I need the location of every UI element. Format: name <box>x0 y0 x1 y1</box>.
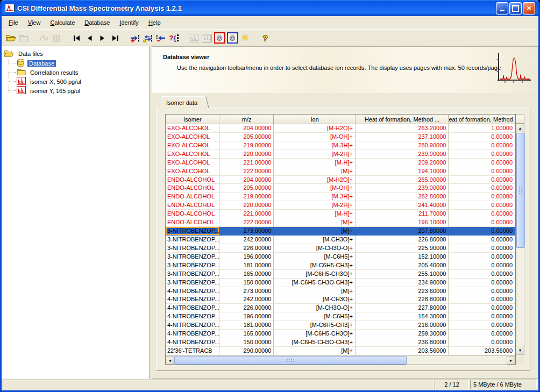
cell-mz[interactable]: 205.00000 <box>219 184 274 193</box>
cell-mz[interactable]: 204.00000 <box>219 124 274 133</box>
scroll-up-button[interactable]: ▲ <box>516 124 524 132</box>
cell-hof-method-1[interactable]: 152.10000 <box>356 253 449 261</box>
table-row[interactable]: ENDO-ALCOHOL222.00000[M]+196.100000.0000… <box>166 218 515 227</box>
cell-hof-method-2[interactable]: 0.00000 <box>449 201 515 210</box>
cell-hof-method-2[interactable]: 0.00000 <box>449 244 515 253</box>
table-row[interactable]: ENDO-ALCOHOL220.00000[M-2H]+241.400000.0… <box>166 201 515 210</box>
cell-isomer[interactable]: 3-NITROBENZOP... <box>166 227 219 236</box>
cell-hof-method-2[interactable]: 0.00000 <box>449 330 515 338</box>
cell-hof-method-2[interactable]: 0.00000 <box>449 236 515 244</box>
cell-hof-method-2[interactable]: 203.56000 <box>449 347 515 355</box>
cell-hof-method-2[interactable]: 0.00000 <box>449 141 515 150</box>
cell-mz[interactable]: 222.00000 <box>219 218 274 227</box>
cell-hof-method-1[interactable]: 280.90000 <box>356 141 449 150</box>
cell-ion[interactable]: [M-C6H5-CH3]+ <box>274 261 356 270</box>
cell-mz[interactable]: 150.00000 <box>219 338 274 347</box>
table-row[interactable]: EXO-ALCOHOL221.00000[M-H]+209.200000.000… <box>166 159 515 167</box>
table-row[interactable]: ENDO-ALCOHOL221.00000[M-H]+211.700000.00… <box>166 210 515 218</box>
cell-mz[interactable]: 205.00000 <box>219 133 274 141</box>
cell-hof-method-1[interactable]: 209.20000 <box>356 159 449 167</box>
cell-hof-method-1[interactable]: 194.10000 <box>356 167 449 176</box>
column-header-mz[interactable]: m/z <box>219 115 274 124</box>
cell-hof-method-2[interactable]: 0.00000 <box>449 279 515 287</box>
cell-hof-method-2[interactable]: 0.00000 <box>449 150 515 159</box>
add-record-button[interactable] <box>129 32 141 44</box>
cell-isomer[interactable]: EXO-ALCOHOL <box>166 167 219 176</box>
first-record-button[interactable] <box>70 32 83 44</box>
table-row[interactable]: 3-NITROBENZOP...242.00000[M-CH3O]+226.80… <box>166 236 515 244</box>
cell-hof-method-2[interactable]: 0.00000 <box>449 193 515 201</box>
vertical-scroll-thumb[interactable] <box>516 133 525 248</box>
cell-isomer[interactable]: EXO-ALCOHOL <box>166 150 219 159</box>
menu-calculate[interactable]: Calculate <box>45 18 80 27</box>
table-row[interactable]: 3-NITROBENZOP...165.00000[M-C6H5-CH3O]+2… <box>166 270 515 279</box>
cell-hof-method-1[interactable]: 255.10000 <box>356 270 449 279</box>
cell-mz[interactable]: 150.00000 <box>219 279 274 287</box>
column-header-isomer[interactable]: Isomer <box>166 115 219 124</box>
help-button[interactable]: ? <box>259 32 272 44</box>
cell-ion[interactable]: [M-3H]+ <box>274 193 356 201</box>
table-row[interactable]: 3-NITROBENZOP...273.00000[M]+207.800000.… <box>166 227 515 236</box>
cell-isomer[interactable]: 3-NITROBENZOP... <box>166 244 219 253</box>
cell-hof-method-2[interactable]: 0.00000 <box>449 312 515 321</box>
cell-hof-method-2[interactable]: 0.00000 <box>449 176 515 184</box>
cell-hof-method-2[interactable]: 0.00000 <box>449 253 515 261</box>
cell-hof-method-2[interactable]: 0.00000 <box>449 261 515 270</box>
cell-hof-method-2[interactable]: 0.00000 <box>449 287 515 296</box>
target-red-button[interactable] <box>213 32 226 44</box>
cell-hof-method-1[interactable]: 265.00000 <box>356 176 449 184</box>
table-row[interactable]: EXO-ALCOHOL205.00000[M-OH]+237.100000.00… <box>166 133 515 141</box>
cell-mz[interactable]: 242.00000 <box>219 295 274 304</box>
cell-hof-method-2[interactable]: 0.00000 <box>449 321 515 330</box>
cell-isomer[interactable]: 4-NITROBENZOP... <box>166 338 219 347</box>
tree-item-correlation-results[interactable]: Correlation results <box>9 68 148 77</box>
table-row[interactable]: EXO-ALCOHOL219.00000[M-3H]+280.900000.00… <box>166 141 515 150</box>
cell-ion[interactable]: [M-H2O]+ <box>274 124 356 133</box>
table-row[interactable]: 3-NITROBENZOP...196.00000[M-C6H5]+152.10… <box>166 253 515 261</box>
cell-isomer[interactable]: ENDO-ALCOHOL <box>166 218 219 227</box>
cell-isomer[interactable]: 3-NITROBENZOP... <box>166 261 219 270</box>
table-row[interactable]: EXO-ALCOHOL222.00000[M]+194.100000.00000 <box>166 167 515 176</box>
cell-hof-method-2[interactable]: 0.00000 <box>449 227 515 236</box>
replace-record-button[interactable] <box>141 32 154 44</box>
cell-hof-method-1[interactable]: 207.80000 <box>356 227 449 236</box>
menu-identify[interactable]: Identify <box>115 18 143 27</box>
cell-hof-method-2[interactable]: 0.00000 <box>449 338 515 347</box>
cell-hof-method-1[interactable]: 236.80000 <box>356 338 449 347</box>
cell-hof-method-1[interactable]: 237.10000 <box>356 133 449 141</box>
cell-ion[interactable]: [M-H2O]+ <box>274 176 356 184</box>
cell-hof-method-1[interactable]: 263.20000 <box>356 124 449 133</box>
cell-mz[interactable]: 204.00000 <box>219 176 274 184</box>
cell-isomer[interactable]: ENDO-ALCOHOL <box>166 184 219 193</box>
target-blue-button[interactable] <box>226 32 239 44</box>
clear-sun-button[interactable]: ☀ <box>239 32 252 44</box>
cell-hof-method-1[interactable]: 154.30000 <box>356 312 449 321</box>
cell-isomer[interactable]: ENDO-ALCOHOL <box>166 210 219 218</box>
cell-ion[interactable]: [M-C6H5-CH3O-CH3]+ <box>274 279 356 287</box>
cell-ion[interactable]: [M-C6H5-CH3O-CH3]+ <box>274 338 356 347</box>
table-row[interactable]: EXO-ALCOHOL204.00000[M-H2O]+263.200001.0… <box>166 124 515 133</box>
cell-hof-method-2[interactable]: 0.00000 <box>449 184 515 193</box>
cell-ion[interactable]: [M-2H]+ <box>274 201 356 210</box>
cell-isomer[interactable]: ENDO-ALCOHOL <box>166 176 219 184</box>
cell-ion[interactable]: [M-2H]+ <box>274 150 356 159</box>
menu-help[interactable]: Help <box>144 18 166 27</box>
cell-isomer[interactable]: 3-NITROBENZOP... <box>166 236 219 244</box>
cell-ion[interactable]: [M-H]+ <box>274 159 356 167</box>
cell-mz[interactable]: 273.00000 <box>219 227 274 236</box>
title-bar[interactable]: CSI Differential Mass Spectrometry Analy… <box>2 0 538 16</box>
table-row[interactable]: 3-NITROBENZOP...181.00000[M-C6H5-CH3]+20… <box>166 261 515 270</box>
cell-ion[interactable]: [M-CH3O]+ <box>274 295 356 304</box>
horizontal-scroll-thumb[interactable] <box>174 356 407 365</box>
cell-isomer[interactable]: 4-NITROBENZOP... <box>166 304 219 312</box>
cell-ion[interactable]: [M]+ <box>274 218 356 227</box>
cell-hof-method-1[interactable]: 196.10000 <box>356 218 449 227</box>
cell-hof-method-1[interactable]: 241.40000 <box>356 201 449 210</box>
last-record-button[interactable] <box>109 32 122 44</box>
column-header-ion[interactable]: Ion <box>274 115 356 124</box>
table-row[interactable]: 4-NITROBENZOP...273.00000[M]+223.600000.… <box>166 287 515 296</box>
table-row[interactable]: 4-NITROBENZOP...196.00000[M-C6H5]+154.30… <box>166 312 515 321</box>
scroll-left-button[interactable]: ◄ <box>166 356 174 365</box>
cell-hof-method-2[interactable]: 0.00000 <box>449 295 515 304</box>
cell-mz[interactable]: 219.00000 <box>219 141 274 150</box>
